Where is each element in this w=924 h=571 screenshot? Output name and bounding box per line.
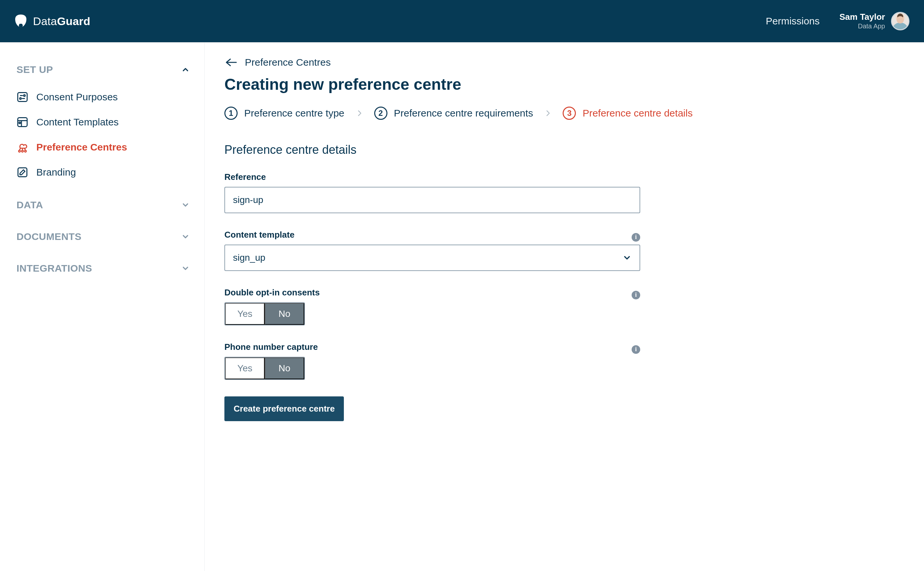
sidebar-section-data-head[interactable]: DATA — [14, 193, 193, 216]
chevron-down-icon — [180, 263, 190, 273]
topbar: DataGuard Permissions Sam Taylor Data Ap… — [0, 0, 924, 42]
sidebar-section-integrations-head[interactable]: INTEGRATIONS — [14, 257, 193, 280]
double-optin-no[interactable]: No — [265, 303, 304, 325]
sidebar-section-data: DATA — [14, 193, 193, 216]
reference-input[interactable] — [224, 187, 640, 213]
phone-capture-segmented: Yes No — [224, 357, 305, 380]
info-icon[interactable]: i — [632, 233, 640, 242]
form: Reference Content template i sign_up — [224, 172, 640, 421]
create-preference-centre-button[interactable]: Create preference centre — [224, 397, 344, 421]
chevron-right-icon — [544, 108, 551, 118]
double-optin-segmented: Yes No — [224, 302, 305, 326]
chevron-up-icon — [180, 65, 190, 75]
chevron-down-icon — [180, 200, 190, 210]
sliders-icon — [16, 90, 29, 103]
user-name: Sam Taylor — [839, 12, 885, 22]
svg-rect-1 — [19, 24, 22, 26]
sidebar-item-label: Preference Centres — [36, 142, 127, 153]
chevron-down-icon — [622, 253, 632, 262]
layout-icon — [16, 116, 29, 129]
sidebar-item-label: Branding — [36, 167, 76, 178]
svg-rect-2 — [18, 93, 28, 102]
step-number: 3 — [563, 106, 576, 120]
svg-point-7 — [19, 150, 20, 152]
sidebar-section-label: SET UP — [17, 64, 53, 75]
sidebar-section-label: INTEGRATIONS — [17, 263, 92, 274]
template-label: Content template — [224, 230, 295, 240]
chevron-right-icon — [356, 108, 363, 118]
field-double-optin: Double opt-in consents i Yes No — [224, 287, 640, 326]
sidebar-item-content-templates[interactable]: Content Templates — [14, 110, 193, 135]
template-select[interactable]: sign_up — [224, 245, 640, 271]
phone-capture-no[interactable]: No — [265, 358, 304, 379]
sidebar-section-setup: SET UP Consent Purposes — [14, 58, 193, 185]
sidebar-item-preference-centres[interactable]: Preference Centres — [14, 135, 193, 160]
step-number: 2 — [374, 106, 387, 120]
sidebar-section-documents-head[interactable]: DOCUMENTS — [14, 225, 193, 248]
brand-name-light: Data — [33, 15, 57, 28]
svg-point-4 — [20, 98, 22, 99]
double-optin-label: Double opt-in consents — [224, 287, 320, 298]
section-title: Preference centre details — [224, 143, 904, 157]
phone-capture-label: Phone number capture — [224, 342, 318, 352]
svg-point-3 — [24, 95, 25, 96]
user-chip[interactable]: Sam Taylor Data App — [839, 12, 910, 30]
field-phone-capture: Phone number capture i Yes No — [224, 342, 640, 380]
sidebar-item-label: Content Templates — [36, 117, 119, 128]
shell: SET UP Consent Purposes — [0, 42, 924, 571]
step-label: Preference centre details — [582, 108, 693, 119]
avatar[interactable] — [891, 12, 910, 30]
user-sub: Data App — [858, 22, 885, 30]
info-icon[interactable]: i — [632, 345, 640, 354]
sidebar-section-integrations: INTEGRATIONS — [14, 257, 193, 280]
breadcrumb-label[interactable]: Preference Centres — [245, 57, 331, 68]
pencil-icon — [16, 166, 29, 179]
field-reference: Reference — [224, 172, 640, 213]
phone-capture-yes[interactable]: Yes — [225, 358, 265, 379]
step-3[interactable]: 3 Preference centre details — [563, 106, 693, 120]
info-icon[interactable]: i — [632, 291, 640, 299]
cloud-nodes-icon — [16, 140, 29, 154]
field-content-template: Content template i sign_up — [224, 230, 640, 271]
svg-rect-10 — [18, 168, 27, 177]
sidebar-item-branding[interactable]: Branding — [14, 160, 193, 185]
main: Preference Centres Creating new preferen… — [205, 42, 924, 571]
step-2[interactable]: 2 Preference centre requirements — [374, 106, 533, 120]
svg-point-9 — [25, 150, 26, 152]
sidebar-section-label: DATA — [17, 199, 43, 211]
reference-label: Reference — [224, 172, 640, 182]
user-text: Sam Taylor Data App — [839, 12, 885, 30]
brand-logo-icon — [14, 14, 27, 28]
step-1[interactable]: 1 Preference centre type — [224, 106, 344, 120]
brand: DataGuard — [14, 14, 90, 28]
svg-rect-6 — [19, 122, 21, 124]
topbar-right: Permissions Sam Taylor Data App — [766, 12, 910, 30]
sidebar-item-consent-purposes[interactable]: Consent Purposes — [14, 85, 193, 110]
permissions-link[interactable]: Permissions — [766, 15, 819, 27]
sidebar-item-label: Consent Purposes — [36, 91, 118, 103]
stepper: 1 Preference centre type 2 Preference ce… — [224, 106, 904, 120]
chevron-down-icon — [180, 232, 190, 242]
sidebar: SET UP Consent Purposes — [0, 42, 205, 571]
sidebar-section-label: DOCUMENTS — [17, 231, 82, 242]
step-label: Preference centre requirements — [394, 108, 533, 119]
brand-name: DataGuard — [33, 15, 90, 28]
nav-list: Consent Purposes Content Templates — [14, 85, 193, 185]
template-value: sign_up — [233, 253, 265, 263]
breadcrumb: Preference Centres — [224, 57, 904, 68]
back-arrow-icon[interactable] — [224, 57, 238, 68]
step-number: 1 — [224, 106, 238, 120]
step-label: Preference centre type — [244, 108, 344, 119]
sidebar-section-documents: DOCUMENTS — [14, 225, 193, 248]
svg-point-8 — [22, 150, 23, 152]
double-optin-yes[interactable]: Yes — [225, 303, 265, 325]
brand-name-bold: Guard — [57, 15, 90, 28]
sidebar-section-setup-head[interactable]: SET UP — [14, 58, 193, 81]
page-title: Creating new preference centre — [224, 75, 904, 93]
